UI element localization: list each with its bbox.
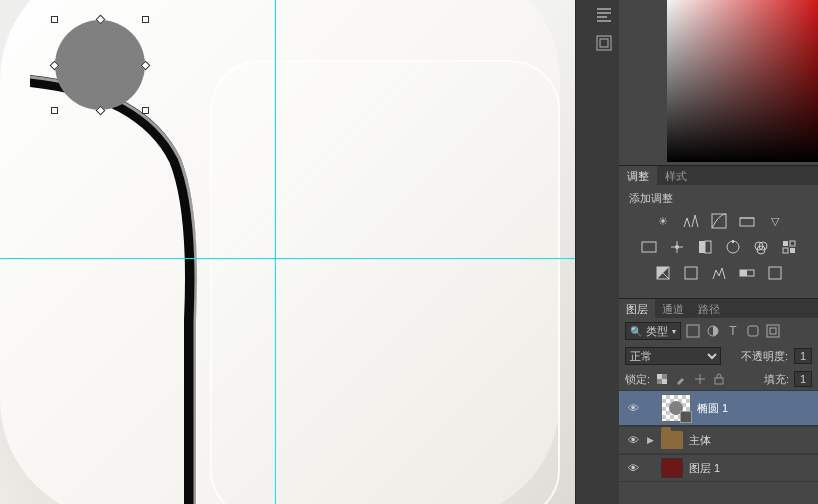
filter-type-icon[interactable]: T <box>725 323 741 339</box>
svg-rect-1 <box>600 39 608 47</box>
opacity-label: 不透明度: <box>741 349 788 364</box>
layer-filter-type[interactable]: 🔍 类型 ▾ <box>625 322 681 340</box>
layer-name[interactable]: 椭圆 1 <box>697 401 818 416</box>
svg-point-5 <box>675 245 679 249</box>
artwork-black-stroke <box>30 70 230 504</box>
gradient-map-icon[interactable] <box>738 264 756 282</box>
lock-all-icon[interactable] <box>712 372 726 386</box>
artwork-inner-rect <box>210 60 560 504</box>
layers-tabs: 图层 通道 路径 <box>619 298 818 318</box>
color-balance-icon[interactable] <box>668 238 686 256</box>
layer-name[interactable]: 图层 1 <box>689 461 818 476</box>
visibility-toggle[interactable]: 👁 <box>619 462 647 474</box>
svg-rect-18 <box>685 267 697 279</box>
svg-rect-20 <box>740 270 747 276</box>
guide-horizontal[interactable] <box>0 258 575 259</box>
svg-rect-4 <box>642 242 656 252</box>
svg-rect-15 <box>783 248 788 253</box>
filter-smart-icon[interactable] <box>765 323 781 339</box>
svg-rect-3 <box>740 218 754 226</box>
guide-vertical[interactable] <box>275 0 276 504</box>
layer-lock-row: 锁定: 填充: 1 <box>619 368 818 390</box>
search-icon: 🔍 <box>630 326 642 337</box>
exposure-icon[interactable] <box>738 212 756 230</box>
invert-icon[interactable] <box>654 264 672 282</box>
hue-icon[interactable] <box>640 238 658 256</box>
canvas-scrollbar-vertical[interactable] <box>575 0 589 504</box>
canvas[interactable] <box>0 0 575 504</box>
svg-rect-21 <box>769 267 781 279</box>
visibility-toggle[interactable]: 👁 <box>619 434 647 446</box>
color-lookup-icon[interactable] <box>780 238 798 256</box>
levels-icon[interactable] <box>682 212 700 230</box>
lock-transparency-icon[interactable] <box>655 372 669 386</box>
filter-adjustment-icon[interactable] <box>705 323 721 339</box>
lock-position-icon[interactable] <box>693 372 707 386</box>
svg-rect-14 <box>790 241 795 246</box>
layer-list: 👁 椭圆 1 👁 ▶ 主体 👁 图层 1 <box>619 390 818 504</box>
character-panel-icon[interactable] <box>595 34 613 52</box>
layer-thumbnail[interactable] <box>661 458 683 478</box>
blend-mode-select[interactable]: 正常 <box>625 347 721 365</box>
black-white-icon[interactable] <box>696 238 714 256</box>
svg-rect-24 <box>748 326 758 336</box>
transform-handle-se[interactable] <box>142 107 149 114</box>
tab-paths[interactable]: 路径 <box>691 299 727 319</box>
tab-layers[interactable]: 图层 <box>619 299 655 319</box>
threshold-icon[interactable] <box>710 264 728 282</box>
expand-toggle[interactable]: ▶ <box>647 435 661 445</box>
svg-rect-0 <box>597 36 611 50</box>
collapsed-panel-dock <box>589 0 619 504</box>
color-field[interactable] <box>667 0 818 162</box>
photo-filter-icon[interactable] <box>724 238 742 256</box>
channel-mixer-icon[interactable] <box>752 238 770 256</box>
dropdown-icon: ▾ <box>672 327 676 336</box>
tab-adjustments[interactable]: 调整 <box>619 166 657 186</box>
fill-label: 填充: <box>764 372 789 387</box>
opacity-value[interactable]: 1 <box>794 348 812 364</box>
svg-rect-7 <box>705 241 711 253</box>
filter-pixel-icon[interactable] <box>685 323 701 339</box>
layer-item-ellipse[interactable]: 👁 椭圆 1 <box>619 390 818 426</box>
transform-handle-ne[interactable] <box>142 16 149 23</box>
layer-thumbnail[interactable] <box>661 394 691 422</box>
tab-channels[interactable]: 通道 <box>655 299 691 319</box>
lock-label: 锁定: <box>625 372 650 387</box>
add-adjustment-label: 添加调整 <box>629 191 808 206</box>
lock-paint-icon[interactable] <box>674 372 688 386</box>
layer-filter-bar: 🔍 类型 ▾ T <box>619 318 818 344</box>
adjustments-panel: 添加调整 ☀ ▽ <box>619 185 818 298</box>
curves-icon[interactable] <box>710 212 728 230</box>
vibrance-icon[interactable]: ▽ <box>766 212 784 230</box>
layer-item-pixel[interactable]: 👁 图层 1 <box>619 454 818 482</box>
svg-rect-6 <box>699 241 705 253</box>
svg-rect-30 <box>715 378 723 384</box>
color-picker-panel <box>619 0 818 165</box>
layer-item-group[interactable]: 👁 ▶ 主体 <box>619 426 818 454</box>
layer-blend-row: 正常 不透明度: 1 <box>619 344 818 368</box>
svg-rect-22 <box>687 325 699 337</box>
fill-value[interactable]: 1 <box>794 371 812 387</box>
svg-rect-25 <box>767 325 779 337</box>
visibility-toggle[interactable]: 👁 <box>619 402 647 414</box>
svg-rect-2 <box>712 214 726 228</box>
filter-shape-icon[interactable] <box>745 323 761 339</box>
vector-mask-badge[interactable] <box>680 411 692 423</box>
svg-rect-16 <box>790 248 795 253</box>
svg-rect-29 <box>662 379 667 384</box>
posterize-icon[interactable] <box>682 264 700 282</box>
svg-rect-28 <box>657 374 662 379</box>
transform-handle-nw[interactable] <box>51 16 58 23</box>
selective-color-icon[interactable] <box>766 264 784 282</box>
selected-ellipse-shape[interactable] <box>55 20 145 110</box>
tab-styles[interactable]: 样式 <box>657 166 695 186</box>
svg-rect-9 <box>732 240 734 243</box>
layer-name[interactable]: 主体 <box>689 433 818 448</box>
right-panels: 调整 样式 添加调整 ☀ ▽ 图层 通道 路径 <box>619 0 818 504</box>
filter-type-label: 类型 <box>646 324 668 339</box>
paragraph-panel-icon[interactable] <box>595 6 613 24</box>
brightness-icon[interactable]: ☀ <box>654 212 672 230</box>
folder-icon <box>661 431 683 449</box>
adjustments-tabs: 调整 样式 <box>619 165 818 185</box>
transform-handle-sw[interactable] <box>51 107 58 114</box>
